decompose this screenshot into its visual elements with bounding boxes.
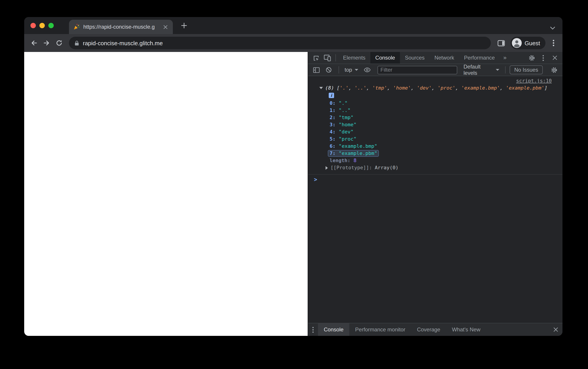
devtools-drawer-bar: Console Performance monitor Coverage Wha… — [308, 323, 562, 336]
lock-icon[interactable] — [74, 40, 79, 46]
drawer-menu-kebab-icon[interactable] — [308, 323, 318, 336]
close-window-button[interactable] — [30, 23, 36, 28]
array-entry-row[interactable]: 6:"example.bmp" — [308, 143, 562, 150]
console-message: script.js:10 (8)['.', '..', 'tmp', 'home… — [308, 77, 562, 175]
selection-highlight[interactable]: 7:"example.pbm" — [328, 150, 379, 157]
tab-strip: https://rapid-concise-muscle.g — [24, 17, 562, 34]
tab-close-icon[interactable] — [162, 23, 169, 31]
array-entry-row[interactable]: 1:".." — [308, 107, 562, 114]
array-preview-line[interactable]: (8)['.', '..', 'tmp', 'home', 'dev', 'pr… — [308, 85, 562, 92]
console-sidebar-icon[interactable] — [311, 64, 322, 76]
drawer-tab-performance-monitor[interactable]: Performance monitor — [349, 323, 411, 336]
reload-button[interactable] — [53, 37, 65, 49]
array-length-row[interactable]: length:8 — [308, 157, 562, 164]
console-toolbar: top Default levels No Issues — [308, 64, 562, 76]
settings-gear-icon[interactable] — [526, 52, 537, 64]
chevron-down-icon — [355, 69, 358, 71]
prompt-chevron-icon: > — [314, 176, 317, 183]
console-output: script.js:10 (8)['.', '..', 'tmp', 'home… — [308, 76, 562, 323]
preview-item: 'example.pbm' — [506, 85, 544, 91]
live-expression-eye-icon[interactable] — [362, 64, 373, 76]
context-selector[interactable]: top — [343, 67, 360, 73]
side-panel-icon[interactable] — [495, 37, 508, 49]
back-button[interactable] — [28, 37, 40, 49]
entry-value: "tmp" — [339, 115, 354, 121]
drawer-tab-console[interactable]: Console — [318, 323, 349, 336]
entry-value: "dev" — [339, 129, 354, 135]
tab-console[interactable]: Console — [370, 52, 400, 64]
page-viewport — [24, 52, 308, 336]
devtools-menu-kebab-icon[interactable] — [537, 52, 549, 64]
array-entry-row[interactable]: 2:"tmp" — [308, 114, 562, 121]
party-popper-favicon — [73, 23, 80, 31]
entry-value: "home" — [339, 122, 357, 128]
array-entry-row[interactable]: 4:"dev" — [308, 129, 562, 136]
drawer-tab-whats-new[interactable]: What's New — [446, 323, 486, 336]
devtools-main-toolbar: Elements Console Sources Network Perform… — [308, 52, 562, 64]
tab-elements[interactable]: Elements — [338, 52, 370, 64]
tab-network[interactable]: Network — [429, 52, 459, 64]
new-tab-button[interactable] — [181, 22, 187, 29]
browser-toolbar: rapid-concise-muscle.glitch.me Guest — [24, 34, 562, 52]
clear-console-icon[interactable] — [324, 64, 335, 76]
log-levels-selector[interactable]: Default levels — [462, 64, 501, 76]
divider — [505, 66, 506, 73]
collapse-triangle-icon[interactable] — [319, 87, 323, 89]
issues-counter[interactable]: No Issues — [510, 65, 543, 74]
array-length-preview: (8) — [325, 85, 334, 91]
length-key: length: — [330, 158, 350, 164]
window-content: Elements Console Sources Network Perform… — [24, 52, 562, 336]
entry-value: "example.bmp" — [339, 143, 377, 149]
bracket-close: ] — [544, 85, 547, 91]
filter-input[interactable] — [377, 66, 457, 74]
info-icon: i — [329, 93, 334, 98]
entry-key: 1: — [330, 107, 336, 113]
preview-item: 'dev' — [417, 85, 432, 91]
tab-performance[interactable]: Performance — [459, 52, 499, 64]
browser-window: https://rapid-concise-muscle.g — [24, 17, 562, 336]
drawer-tab-coverage[interactable]: Coverage — [411, 323, 446, 336]
fullscreen-window-button[interactable] — [48, 23, 54, 28]
minimize-window-button[interactable] — [40, 23, 45, 28]
profile-chip[interactable]: Guest — [511, 37, 546, 49]
entry-value: "proc" — [339, 136, 357, 142]
prototype-key: [[Prototype]]: — [331, 165, 372, 171]
tab-sources[interactable]: Sources — [400, 52, 429, 64]
entry-value: "." — [339, 100, 348, 106]
tab-title: https://rapid-concise-muscle.g — [83, 24, 159, 30]
preview-item: '..' — [355, 85, 366, 91]
device-toolbar-icon[interactable] — [322, 52, 333, 64]
preview-item: 'home' — [393, 85, 411, 91]
context-label: top — [345, 67, 352, 73]
entry-key: 7: — [330, 151, 336, 156]
forward-button[interactable] — [40, 37, 53, 49]
browser-tab[interactable]: https://rapid-concise-muscle.g — [69, 20, 173, 34]
bracket-open: [ — [337, 85, 340, 91]
window-controls — [30, 23, 54, 28]
tab-search-chevron-icon[interactable] — [550, 24, 555, 32]
url-text: rapid-concise-muscle.glitch.me — [83, 40, 163, 46]
devtools-close-icon[interactable] — [549, 52, 561, 64]
expand-triangle-icon[interactable] — [325, 166, 328, 170]
entry-value: "example.pbm" — [339, 151, 377, 156]
inspect-element-icon[interactable] — [310, 52, 322, 64]
entry-key: 5: — [330, 136, 336, 142]
drawer-close-icon[interactable] — [549, 323, 562, 336]
console-prompt[interactable]: > — [308, 175, 562, 184]
source-link[interactable]: script.js:10 — [516, 78, 552, 84]
chevron-down-icon — [496, 69, 499, 71]
preview-item: '.' — [340, 85, 349, 91]
more-tabs-button[interactable]: » — [500, 52, 510, 64]
avatar — [512, 38, 522, 48]
log-levels-label: Default levels — [464, 64, 493, 76]
address-bar[interactable]: rapid-concise-muscle.glitch.me — [69, 37, 491, 49]
array-entry-row-selected[interactable]: 7:"example.pbm" — [308, 150, 562, 157]
array-entry-row[interactable]: 3:"home" — [308, 121, 562, 129]
browser-menu-kebab-icon[interactable] — [548, 37, 559, 49]
console-settings-gear-icon[interactable] — [549, 64, 560, 76]
divider — [338, 66, 339, 73]
array-entry-row[interactable]: 5:"proc" — [308, 136, 562, 143]
preview-item: 'proc' — [437, 85, 456, 91]
array-entry-row[interactable]: 0:"." — [308, 100, 562, 107]
prototype-row[interactable]: [[Prototype]]:Array(0) — [308, 164, 562, 172]
